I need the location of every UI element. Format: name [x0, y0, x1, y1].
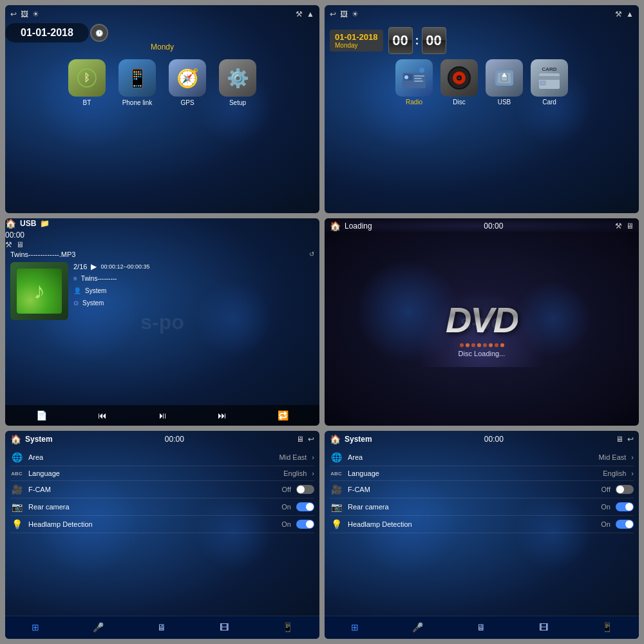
fcam-toggle-6[interactable]	[616, 485, 634, 494]
cam-icon-6: 🎥	[330, 484, 343, 495]
settings-icon-2[interactable]: ⚒	[615, 10, 622, 19]
disc-svg	[445, 64, 473, 92]
home-icon-4[interactable]: 🏠	[330, 221, 341, 231]
photo-icon[interactable]: 🖼	[21, 10, 28, 19]
nav-monitor-6[interactable]: 🖥	[477, 622, 486, 632]
setting-language-6[interactable]: ABC Language English ›	[330, 466, 634, 481]
playlist-btn[interactable]: 📄	[36, 410, 47, 421]
rear-cam-value-5: On	[281, 503, 291, 511]
playlist-item-1[interactable]: 👤 System	[73, 286, 314, 296]
fcam-toggle-5[interactable]	[296, 485, 314, 494]
monitor-icon-6[interactable]: 🖥	[616, 435, 623, 444]
next-btn[interactable]: ⏭	[218, 410, 227, 421]
usb-svg	[490, 64, 518, 92]
settings-icon-3[interactable]: ⚒	[5, 240, 12, 249]
card-text: CARD	[542, 66, 556, 72]
setting-rear-cam[interactable]: 📷 Rear camera On	[10, 498, 314, 516]
prev-btn[interactable]: ⏮	[98, 410, 107, 421]
back-icon-6[interactable]: ↩	[627, 435, 634, 444]
icon-grid-1: ᛒ BT 📱 Phone link 🧭 GPS ⚙️ Setup	[5, 59, 319, 106]
lang-label-5: Language	[28, 469, 278, 477]
headlamp-toggle-6[interactable]	[616, 520, 634, 529]
play-icon[interactable]: ▶	[91, 262, 97, 271]
usb-btn[interactable]: USB	[486, 59, 523, 106]
screen-main-menu: ↩ 🖼 ☀ ⚒ ▲ 01-01-2018 🕐 Mondy ᛒ BT	[5, 5, 319, 213]
setting-rear-cam-6[interactable]: 📷 Rear camera On	[330, 498, 634, 516]
track-info: Twins-------------.MP3 ↺	[5, 249, 319, 260]
back-icon[interactable]: ↩	[10, 10, 17, 19]
playlist-name-2: System	[82, 299, 104, 307]
bt-icon-btn[interactable]: ᛒ BT	[68, 59, 106, 106]
date-area-2: 01-01-2018 Monday 00 : 00	[330, 27, 634, 54]
area-label-5: Area	[28, 453, 274, 461]
phone-icon-btn[interactable]: 📱 Phone link	[118, 59, 156, 106]
screen-system-right: 🏠 System 00:00 🖥 ↩ 🌐 Area Mid East › ABC	[325, 431, 639, 639]
radio-svg	[400, 64, 428, 92]
nav-windows-5[interactable]: ⊞	[32, 622, 39, 632]
monitor-icon-3[interactable]: 🖥	[16, 240, 24, 249]
up-icon[interactable]: ▲	[307, 10, 314, 19]
repeat-btn[interactable]: 🔁	[278, 410, 289, 421]
nav-mic-6[interactable]: 🎤	[412, 622, 423, 632]
headlamp-toggle-5[interactable]	[296, 520, 314, 529]
monitor-icon-5[interactable]: 🖥	[296, 435, 304, 444]
setting-area[interactable]: 🌐 Area Mid East ›	[10, 449, 314, 466]
playlist-name-1: System	[85, 287, 106, 294]
playpause-btn[interactable]: ⏯	[158, 410, 167, 421]
phone-icon-img: 📱	[118, 59, 156, 97]
setting-fcam-6[interactable]: 🎥 F-CAM Off	[330, 481, 634, 498]
bottom-nav-5: ⊞ 🎤 🖥 🎞 📱	[5, 616, 319, 639]
nav-phone-6[interactable]: 📱	[601, 622, 612, 632]
rear-cam-icon-6: 📷	[330, 502, 343, 512]
back-icon-5[interactable]: ↩	[308, 435, 314, 444]
nav-film-5[interactable]: 🎞	[220, 622, 229, 632]
back-icon-2[interactable]: ↩	[330, 10, 336, 19]
system-status-bar-5: 🏠 System 00:00 🖥 ↩	[5, 431, 319, 448]
screen3-layout: 🏠 USB 📁 00:00 ⚒ 🖥 Twins-------------.MP3…	[5, 218, 319, 426]
nav-mic-5[interactable]: 🎤	[93, 622, 104, 632]
disc-btn[interactable]: Disc	[440, 59, 478, 106]
playlist-item-2[interactable]: ⊙ System	[73, 298, 314, 308]
home-icon-3[interactable]: 🏠	[5, 218, 16, 229]
rear-cam-toggle-6[interactable]	[616, 502, 634, 511]
nav-phone-5[interactable]: 📱	[282, 622, 293, 632]
lang-value-5: English	[283, 469, 307, 477]
photo-icon-2[interactable]: 🖼	[340, 10, 348, 19]
card-btn[interactable]: CARD Card	[531, 59, 568, 106]
setting-headlamp[interactable]: 💡 Headlamp Detection On	[10, 516, 314, 533]
playlist-name-0: Twins---------	[81, 275, 117, 282]
monitor-icon-4[interactable]: 🖥	[626, 222, 634, 231]
bt-svg: ᛒ	[77, 68, 97, 88]
phone-symbol: 📱	[126, 68, 149, 89]
brightness-icon[interactable]: ☀	[32, 10, 39, 19]
list-icon-0: ≡	[73, 275, 77, 282]
settings-list-5: 🌐 Area Mid East › ABC Language English ›…	[5, 448, 319, 535]
nav-windows-6[interactable]: ⊞	[351, 622, 359, 632]
setting-language[interactable]: ABC Language English ›	[10, 466, 314, 481]
screen-usb-player: 🏠 USB 📁 00:00 ⚒ 🖥 Twins-------------.MP3…	[5, 218, 319, 426]
svg-point-13	[458, 77, 460, 79]
home-icon-5[interactable]: 🏠	[10, 434, 21, 444]
home-icon-6[interactable]: 🏠	[330, 434, 341, 444]
setting-headlamp-6[interactable]: 💡 Headlamp Detection On	[330, 516, 634, 533]
settings-icon-4[interactable]: ⚒	[615, 222, 622, 231]
setup-icon-btn[interactable]: ⚙️ Setup	[219, 59, 256, 106]
svg-point-4	[404, 75, 408, 79]
system-title-6: System	[345, 435, 372, 444]
brightness-icon-2[interactable]: ☀	[352, 10, 359, 19]
track-progress: 2/16	[73, 263, 87, 270]
radio-btn[interactable]: Radio	[395, 59, 433, 106]
setting-fcam[interactable]: 🎥 F-CAM Off	[10, 481, 314, 498]
nav-monitor-5[interactable]: 🖥	[157, 622, 166, 632]
sys-status-right-5: 🖥 ↩	[296, 435, 314, 444]
up-icon-2[interactable]: ▲	[626, 10, 634, 19]
svg-rect-6	[414, 78, 422, 79]
setting-area-6[interactable]: 🌐 Area Mid East ›	[330, 449, 634, 466]
settings-icon[interactable]: ⚒	[296, 10, 303, 19]
nav-film-6[interactable]: 🎞	[539, 622, 548, 632]
player-controls: 📄 ⏮ ⏯ ⏭ 🔁	[5, 405, 319, 426]
playlist-item-0[interactable]: ≡ Twins---------	[73, 274, 314, 283]
rear-cam-toggle-5[interactable]	[296, 502, 314, 511]
fcam-label-5: F-CAM	[28, 486, 277, 493]
gps-icon-btn[interactable]: 🧭 GPS	[169, 59, 206, 106]
